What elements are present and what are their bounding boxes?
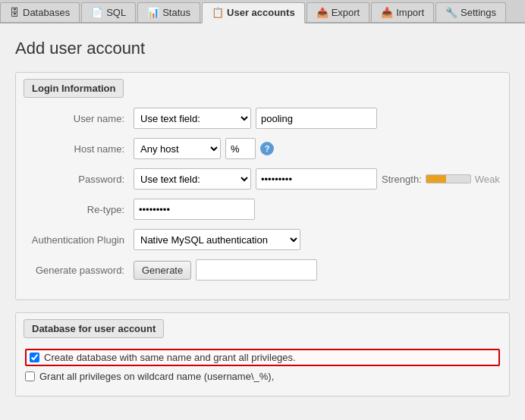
hostname-select[interactable]: Any host xyxy=(134,138,221,159)
password-row: Password: Use text field: Strength: Weak xyxy=(24,168,501,190)
generated-password-input[interactable] xyxy=(196,259,317,281)
generate-label: Generate password: xyxy=(24,265,134,276)
login-information-section: Login Information User name: Use text fi… xyxy=(15,72,510,300)
password-controls: Use text field: Strength: Weak xyxy=(134,168,501,190)
status-icon: 📊 xyxy=(147,7,159,18)
tab-settings[interactable]: 🔧 Settings xyxy=(435,2,506,22)
sql-icon: 📄 xyxy=(91,7,103,18)
wildcard-privileges-row: Grant all privileges on wildcard name (u… xyxy=(25,371,500,382)
create-database-row: Create database with same name and grant… xyxy=(25,349,500,366)
database-section-content: Create database with same name and grant… xyxy=(16,343,509,396)
export-icon: 📤 xyxy=(316,7,329,18)
tab-export-label: Export xyxy=(332,7,360,18)
create-database-checkbox[interactable] xyxy=(30,353,39,362)
generate-controls: Generate xyxy=(134,259,501,281)
strength-label: Strength: xyxy=(382,174,422,185)
strength-fill xyxy=(426,175,446,183)
import-icon: 📥 xyxy=(381,7,393,18)
username-input[interactable] xyxy=(256,108,377,129)
tab-sql[interactable]: 📄 SQL xyxy=(81,2,136,22)
user-accounts-icon: 📋 xyxy=(212,7,224,18)
hostname-input[interactable] xyxy=(225,138,256,159)
databases-icon: 🗄 xyxy=(10,7,20,18)
tab-user-accounts[interactable]: 📋 User accounts xyxy=(202,2,305,24)
username-field-select[interactable]: Use text field: xyxy=(134,108,251,129)
tab-bar: 🗄 Databases 📄 SQL 📊 Status 📋 User accoun… xyxy=(0,0,525,24)
retype-row: Re-type: xyxy=(24,198,501,221)
auth-row: Authentication Plugin Native MySQL authe… xyxy=(24,228,501,251)
generate-button[interactable]: Generate xyxy=(134,261,191,280)
password-label: Password: xyxy=(24,174,134,185)
retype-label: Re-type: xyxy=(24,204,134,215)
wildcard-privileges-label[interactable]: Grant all privileges on wildcard name (u… xyxy=(39,371,274,382)
tab-status[interactable]: 📊 Status xyxy=(137,2,200,22)
create-database-label[interactable]: Create database with same name and grant… xyxy=(44,352,296,363)
retype-input[interactable] xyxy=(134,199,255,220)
tab-settings-label: Settings xyxy=(461,7,496,18)
main-content: Add user account Login Information User … xyxy=(0,24,525,420)
strength-text: Weak xyxy=(475,174,500,185)
hostname-row: Host name: Any host ? xyxy=(24,137,501,160)
username-row: User name: Use text field: xyxy=(24,107,501,130)
username-controls: Use text field: xyxy=(134,108,501,129)
password-field-select[interactable]: Use text field: xyxy=(134,168,251,190)
login-section-content: User name: Use text field: Host name: An… xyxy=(16,102,509,299)
username-label: User name: xyxy=(24,113,134,124)
page-title: Add user account xyxy=(15,39,510,58)
hostname-help-icon[interactable]: ? xyxy=(260,142,274,155)
login-section-header: Login Information xyxy=(24,79,124,98)
wildcard-privileges-checkbox[interactable] xyxy=(25,371,35,381)
auth-controls: Native MySQL authentication xyxy=(134,229,501,250)
strength-bar-wrap: Strength: Weak xyxy=(382,174,500,185)
auth-plugin-select[interactable]: Native MySQL authentication xyxy=(134,229,300,250)
database-section: Database for user account Create databas… xyxy=(15,312,510,396)
generate-row: Generate password: Generate xyxy=(24,259,501,281)
settings-icon: 🔧 xyxy=(445,7,457,18)
tab-sql-label: SQL xyxy=(106,7,126,18)
tab-import-label: Import xyxy=(396,7,424,18)
hostname-controls: Any host ? xyxy=(134,138,501,159)
tab-user-accounts-label: User accounts xyxy=(227,7,295,18)
tab-export[interactable]: 📤 Export xyxy=(307,2,370,22)
password-input[interactable] xyxy=(256,168,377,190)
strength-bar xyxy=(426,174,471,183)
tab-databases[interactable]: 🗄 Databases xyxy=(0,2,80,22)
retype-controls xyxy=(134,199,501,220)
tab-databases-label: Databases xyxy=(23,7,70,18)
tab-import[interactable]: 📥 Import xyxy=(371,2,434,22)
database-section-header: Database for user account xyxy=(24,319,164,338)
hostname-label: Host name: xyxy=(24,143,134,155)
auth-label: Authentication Plugin xyxy=(24,234,134,246)
tab-status-label: Status xyxy=(162,7,190,18)
